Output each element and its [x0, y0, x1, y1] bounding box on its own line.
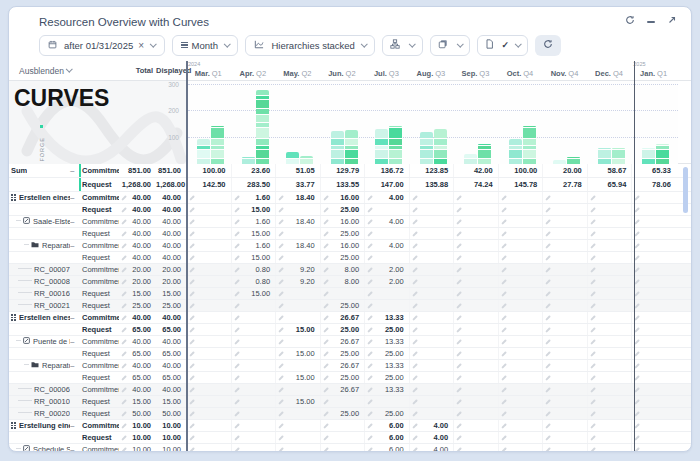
month-value-cell[interactable]	[231, 312, 276, 323]
month-value-cell[interactable]	[498, 360, 543, 371]
edit-pencil-icon[interactable]	[367, 387, 373, 393]
month-value-cell[interactable]: 26.67	[320, 384, 365, 395]
month-value-cell[interactable]	[631, 432, 676, 443]
month-value-cell[interactable]: 4.00	[364, 192, 409, 203]
edit-pencil-icon[interactable]	[121, 363, 127, 369]
month-value-cell[interactable]	[275, 300, 320, 311]
edit-pencil-icon[interactable]	[367, 267, 373, 273]
month-value-cell[interactable]: 18.40	[275, 192, 320, 203]
month-value-cell[interactable]	[453, 288, 498, 299]
month-value-cell[interactable]	[498, 372, 543, 383]
month-value-cell[interactable]: 2.00	[364, 264, 409, 275]
edit-pencil-icon[interactable]	[545, 303, 551, 309]
edit-pencil-icon[interactable]	[635, 423, 641, 429]
edit-pencil-icon[interactable]	[234, 447, 240, 451]
edit-pencil-icon[interactable]	[590, 351, 596, 357]
month-value-cell[interactable]: 15.00	[275, 348, 320, 359]
edit-pencil-icon[interactable]	[590, 291, 596, 297]
expand-icon[interactable]	[667, 15, 677, 25]
edit-pencil-icon[interactable]	[323, 375, 329, 381]
edit-pencil-icon[interactable]	[501, 375, 507, 381]
edit-pencil-icon[interactable]	[456, 447, 462, 451]
month-value-cell[interactable]: 25.00	[320, 252, 365, 263]
month-value-cell[interactable]	[409, 396, 454, 407]
month-value-cell[interactable]	[587, 252, 632, 263]
edit-pencil-icon[interactable]	[590, 207, 596, 213]
month-value-cell[interactable]	[498, 300, 543, 311]
edit-pencil-icon[interactable]	[501, 207, 507, 213]
table-row[interactable]: RC_00007Commitment20.0020.000.809.208.00…	[9, 264, 691, 276]
edit-pencil-icon[interactable]	[456, 219, 462, 225]
edit-pencil-icon[interactable]	[278, 387, 284, 393]
edit-pencil-icon[interactable]	[278, 231, 284, 237]
month-value-cell[interactable]	[631, 240, 676, 251]
month-value-cell[interactable]	[631, 300, 676, 311]
month-value-cell[interactable]	[542, 408, 587, 419]
row-name-cell[interactable]: Sum−	[9, 164, 79, 177]
month-value-cell[interactable]	[587, 228, 632, 239]
month-value-cell[interactable]	[453, 396, 498, 407]
month-value-cell[interactable]	[275, 228, 320, 239]
month-value-cell[interactable]	[631, 192, 676, 203]
edit-pencil-icon[interactable]	[189, 327, 195, 333]
edit-pencil-icon[interactable]	[121, 351, 127, 357]
edit-pencil-icon[interactable]	[456, 267, 462, 273]
edit-pencil-icon[interactable]	[189, 255, 195, 261]
month-value-cell[interactable]	[320, 432, 365, 443]
month-value-cell[interactable]	[542, 396, 587, 407]
month-value-cell[interactable]	[631, 384, 676, 395]
month-value-cell[interactable]	[498, 204, 543, 215]
month-value-cell[interactable]	[409, 336, 454, 347]
edit-pencil-icon[interactable]	[189, 315, 195, 321]
display-mode-selector[interactable]: Hierarchies stacked	[245, 35, 375, 56]
edit-pencil-icon[interactable]	[278, 327, 284, 333]
month-value-cell[interactable]	[275, 252, 320, 263]
month-value-cell[interactable]: 9.20	[275, 276, 320, 287]
edit-pencil-icon[interactable]	[121, 243, 127, 249]
edit-pencil-icon[interactable]	[189, 375, 195, 381]
month-value-cell[interactable]	[409, 312, 454, 323]
collapse-icon[interactable]: −	[70, 219, 79, 225]
month-value-cell[interactable]: 25.00	[364, 348, 409, 359]
edit-pencil-icon[interactable]	[189, 219, 195, 225]
collapse-icon[interactable]: −	[70, 315, 79, 321]
table-row[interactable]: RR_00016Request15.0015.0015.00	[9, 288, 691, 300]
edit-pencil-icon[interactable]	[121, 231, 127, 237]
edit-pencil-icon[interactable]	[545, 195, 551, 201]
edit-pencil-icon[interactable]	[412, 411, 418, 417]
edit-pencil-icon[interactable]	[635, 207, 641, 213]
month-value-cell[interactable]	[231, 384, 276, 395]
edit-pencil-icon[interactable]	[189, 423, 195, 429]
month-value-cell[interactable]	[409, 228, 454, 239]
month-value-cell[interactable]	[186, 372, 231, 383]
total-cell[interactable]: 65.00	[119, 324, 156, 335]
edit-pencil-icon[interactable]	[501, 447, 507, 451]
row-name-cell[interactable]: RC_00007	[9, 264, 79, 275]
month-value-cell[interactable]	[409, 288, 454, 299]
edit-pencil-icon[interactable]	[234, 219, 240, 225]
month-value-cell[interactable]	[498, 192, 543, 203]
edit-pencil-icon[interactable]	[323, 207, 329, 213]
edit-pencil-icon[interactable]	[367, 291, 373, 297]
edit-pencil-icon[interactable]	[323, 423, 329, 429]
edit-pencil-icon[interactable]	[635, 315, 641, 321]
hide-dropdown[interactable]: Ausblenden	[9, 66, 71, 76]
row-name-cell[interactable]: RC_00008	[9, 276, 79, 287]
month-value-cell[interactable]: 18.40	[275, 240, 320, 251]
refresh-button[interactable]	[535, 35, 561, 56]
edit-pencil-icon[interactable]	[412, 243, 418, 249]
month-value-cell[interactable]	[186, 432, 231, 443]
edit-pencil-icon[interactable]	[412, 351, 418, 357]
month-value-cell[interactable]	[587, 408, 632, 419]
edit-pencil-icon[interactable]	[323, 411, 329, 417]
month-value-cell[interactable]	[542, 216, 587, 227]
remove-filter-icon[interactable]: ×	[138, 40, 144, 51]
month-value-cell[interactable]: 25.00	[320, 204, 365, 215]
edit-pencil-icon[interactable]	[635, 243, 641, 249]
month-value-cell[interactable]	[498, 252, 543, 263]
edit-pencil-icon[interactable]	[545, 315, 551, 321]
month-value-cell[interactable]	[587, 396, 632, 407]
edit-pencil-icon[interactable]	[121, 279, 127, 285]
month-value-cell[interactable]: 25.00	[320, 324, 365, 335]
edit-pencil-icon[interactable]	[501, 339, 507, 345]
